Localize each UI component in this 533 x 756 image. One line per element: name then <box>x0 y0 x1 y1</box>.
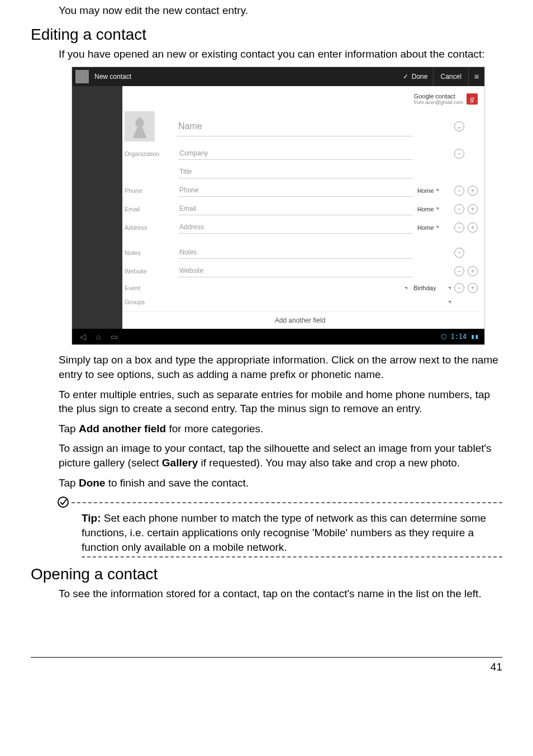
remove-address-icon[interactable]: − <box>454 223 464 233</box>
notes-field[interactable]: Notes <box>178 246 413 259</box>
chevron-down-icon <box>404 287 407 290</box>
chevron-down-icon <box>436 207 439 210</box>
groups-label: Groups <box>122 299 178 305</box>
email-label: Email <box>122 206 178 212</box>
email-type-select[interactable]: Home <box>413 206 451 212</box>
para-add-another: Tap Add another field for more categorie… <box>59 422 502 436</box>
website-label: Website <box>122 268 178 275</box>
para-assign-image: To assign an image to your contact, tap … <box>59 441 502 470</box>
org-label: Organization <box>122 150 178 157</box>
back-icon[interactable]: ◁ <box>80 332 86 341</box>
phone-label: Phone <box>122 187 178 194</box>
tip-box: Tip: Set each phone number to match the … <box>57 497 502 557</box>
remove-phone-icon[interactable]: − <box>454 186 464 196</box>
phone-field[interactable]: Phone <box>178 184 413 197</box>
add-address-icon[interactable]: + <box>468 223 478 233</box>
remove-email-icon[interactable]: − <box>454 204 464 214</box>
remove-event-icon[interactable]: − <box>454 283 464 293</box>
notes-label: Notes <box>122 249 178 256</box>
address-label: Address <box>122 224 178 231</box>
account-row[interactable]: Google contact from acer@gmail.com g <box>122 89 478 108</box>
add-email-icon[interactable]: + <box>468 204 478 214</box>
screen-title: New contact <box>94 73 397 81</box>
check-icon: ✓ <box>403 73 408 81</box>
remove-org-icon[interactable]: − <box>454 149 464 159</box>
phone-type-select[interactable]: Home <box>413 187 451 194</box>
remove-website-icon[interactable]: − <box>454 266 464 276</box>
website-field[interactable]: Website <box>178 264 413 277</box>
wifi-icon: ⬡ <box>441 333 446 341</box>
para-simply-tap: Simply tap on a box and type the appropr… <box>59 353 502 381</box>
tip-text: Set each phone number to match the type … <box>82 512 486 552</box>
address-field[interactable]: Address <box>178 221 413 234</box>
event-type-select[interactable]: Birthday <box>400 285 446 291</box>
title-field[interactable]: Title <box>178 166 413 178</box>
page-number: 41 <box>491 661 502 673</box>
overflow-menu-icon[interactable]: ≡ <box>468 67 484 86</box>
address-type-select[interactable]: Home <box>413 224 451 231</box>
done-label: Done <box>412 73 428 81</box>
event-label: Event <box>122 285 178 291</box>
heading-editing-contact: Editing a contact <box>31 26 502 44</box>
groups-field[interactable] <box>178 300 410 304</box>
chevron-down-icon <box>436 189 439 192</box>
contact-avatar[interactable] <box>125 111 155 141</box>
sidebar-strip <box>72 86 122 329</box>
para-opening: To see the information stored for a cont… <box>59 587 502 601</box>
email-field[interactable]: Email <box>178 202 413 215</box>
edit-intro: If you have opened an new or existing co… <box>59 47 502 62</box>
contact-editor-screenshot: New contact ✓ Done Cancel ≡ Google conta… <box>72 67 485 345</box>
app-icon <box>75 70 89 83</box>
company-field[interactable]: Company <box>178 147 413 160</box>
chevron-down-icon <box>436 226 439 229</box>
add-phone-icon[interactable]: + <box>468 186 478 196</box>
add-website-icon[interactable]: + <box>468 266 478 276</box>
done-button[interactable]: ✓ Done <box>397 73 434 81</box>
svg-point-0 <box>58 497 68 507</box>
intro-text: You may now edit the new contact entry. <box>59 3 502 18</box>
tip-icon <box>57 496 69 508</box>
account-label: Google contact <box>414 93 455 100</box>
recent-apps-icon[interactable]: ▭ <box>111 332 118 341</box>
google-badge-icon: g <box>467 93 478 105</box>
remove-notes-icon[interactable]: − <box>454 248 464 258</box>
tip-label: Tip: <box>82 512 101 524</box>
cancel-button[interactable]: Cancel <box>433 67 468 86</box>
clock: 1:14 <box>450 333 467 341</box>
add-another-field-button[interactable]: Add another field <box>122 311 478 329</box>
para-tap-done: Tap Done to finish and save the contact. <box>59 476 502 490</box>
name-field[interactable]: Name <box>177 117 413 136</box>
account-sub: from acer@gmail.com <box>414 100 463 105</box>
heading-opening-contact: Opening a contact <box>31 565 502 583</box>
chevron-down-icon[interactable] <box>448 301 451 304</box>
chevron-down-icon <box>448 287 451 290</box>
battery-icon: ▮▮ <box>471 333 479 341</box>
system-nav-bar: ◁ ⌂ ▭ ⬡ 1:14 ▮▮ <box>72 329 484 344</box>
expand-name-options-icon[interactable]: ⌄ <box>454 121 464 131</box>
screenshot-action-bar: New contact ✓ Done Cancel ≡ <box>72 67 484 86</box>
home-icon[interactable]: ⌂ <box>96 332 101 341</box>
page-footer: 41 <box>31 657 502 673</box>
event-field[interactable] <box>178 286 400 290</box>
para-multiple-entries: To enter multiple entries, such as separ… <box>59 388 502 416</box>
add-event-icon[interactable]: + <box>468 283 478 293</box>
